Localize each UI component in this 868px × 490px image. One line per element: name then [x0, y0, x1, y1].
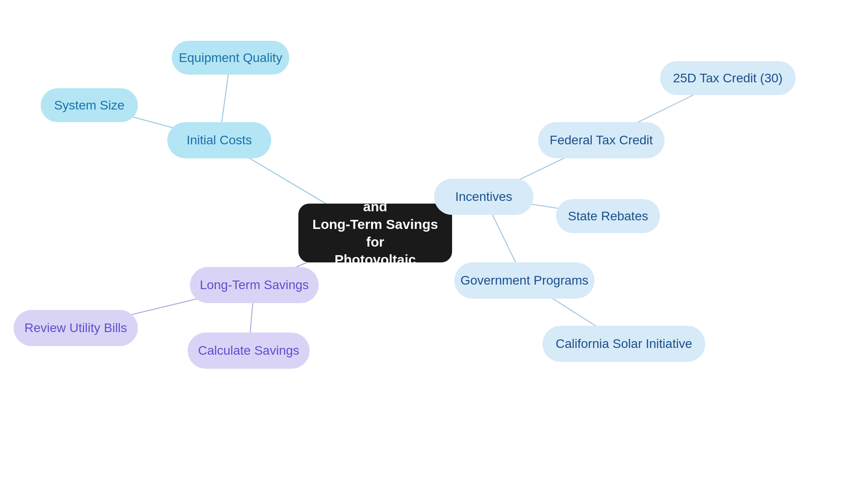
node-label-government-programs: Government Programs: [460, 273, 588, 288]
node-label-long-term-savings: Long-Term Savings: [200, 278, 309, 292]
node-label-state-rebates: State Rebates: [568, 209, 648, 224]
node-federal-tax-credit: Federal Tax Credit: [538, 122, 665, 158]
node-label-review-utility: Review Utility Bills: [24, 321, 127, 335]
node-review-utility: Review Utility Bills: [14, 310, 138, 346]
node-label-system-size: System Size: [54, 98, 125, 113]
node-system-size: System Size: [41, 88, 138, 122]
node-equipment-quality: Equipment Quality: [172, 41, 289, 75]
node-label-center: Costs, Incentives, and Long-Term Savings…: [312, 180, 439, 286]
node-california-solar: California Solar Initiative: [542, 326, 705, 362]
node-label-federal-tax-credit: Federal Tax Credit: [550, 133, 653, 147]
node-25d-tax-credit: 25D Tax Credit (30): [660, 61, 796, 95]
node-initial-costs: Initial Costs: [167, 122, 271, 158]
node-label-25d-tax-credit: 25D Tax Credit (30): [673, 71, 783, 86]
mind-map-container: Costs, Incentives, and Long-Term Savings…: [0, 0, 868, 490]
node-label-calculate-savings: Calculate Savings: [198, 343, 299, 358]
node-label-initial-costs: Initial Costs: [187, 133, 252, 147]
node-calculate-savings: Calculate Savings: [188, 333, 310, 369]
node-label-incentives: Incentives: [455, 190, 512, 204]
node-state-rebates: State Rebates: [556, 199, 660, 233]
node-incentives: Incentives: [434, 179, 533, 215]
node-center: Costs, Incentives, and Long-Term Savings…: [298, 204, 452, 262]
node-label-equipment-quality: Equipment Quality: [179, 51, 283, 65]
node-long-term-savings: Long-Term Savings: [190, 267, 319, 303]
node-government-programs: Government Programs: [454, 262, 594, 299]
node-label-california-solar: California Solar Initiative: [556, 337, 692, 351]
